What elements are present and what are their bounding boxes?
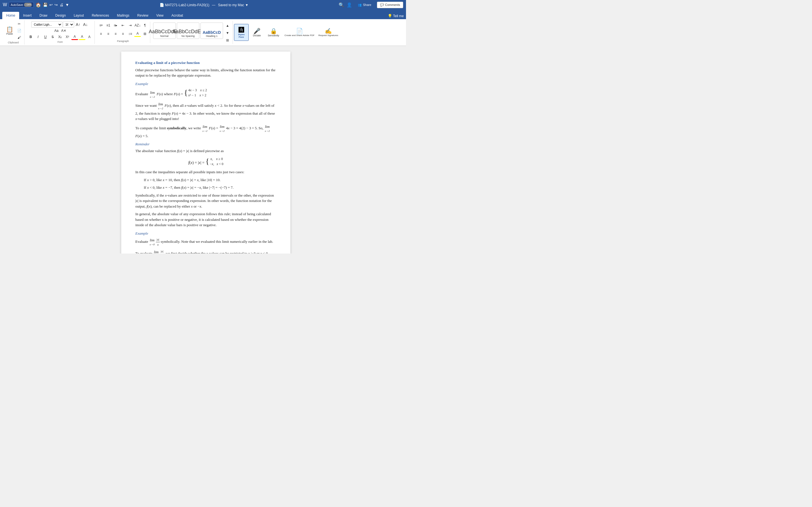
tab-references[interactable]: References (88, 12, 113, 19)
lim-symbol1: lim x→2 (150, 92, 156, 96)
tab-mailings[interactable]: Mailings (113, 12, 133, 19)
create-share-pdf-label: Create and Share Adobe PDF (285, 34, 314, 37)
autosave-toggle[interactable]: OFF (24, 3, 32, 7)
more-icon[interactable]: ▼ (65, 3, 69, 7)
bullets-button[interactable]: ≡• (98, 22, 104, 29)
tab-design[interactable]: Design (51, 12, 70, 19)
autosave-badge[interactable]: AutoSave OFF (9, 2, 34, 8)
dictate-button[interactable]: 🎤 Dictate (250, 27, 264, 38)
chevron-down-icon[interactable]: ▼ (245, 3, 248, 7)
clipboard-label: Clipboard (8, 41, 19, 44)
title-bar-right: 🔍 👤 👥 Share 💬 Comments (339, 2, 403, 8)
styles-down-button[interactable]: ▼ (224, 30, 231, 36)
align-center-button[interactable]: ≡ (105, 31, 112, 37)
search-icon[interactable]: 🔍 (339, 2, 344, 8)
tab-layout[interactable]: Layout (70, 12, 88, 19)
sensitivity-label: Sensitivity (268, 34, 280, 37)
style-no-spacing[interactable]: AaBbCcDdEe No Spacing (177, 22, 199, 39)
para-row1: ≡• ≡1 ≡▸ ⇤ ⇥ AZ↓ ¶ (98, 22, 148, 29)
user-icon[interactable]: 👤 (347, 2, 352, 8)
redo-icon[interactable]: ↪ (54, 3, 58, 7)
abs-x-over-x: |x| x (156, 237, 160, 247)
intro-paragraph: Other piecewise functions behave the sam… (135, 67, 276, 78)
word-logo: W (3, 2, 7, 7)
font-color-button[interactable]: A (71, 34, 78, 40)
underline-button[interactable]: U (42, 34, 49, 40)
filename: MAT271-Lab2-Limits-FA20(1) (165, 3, 209, 7)
share-label: Share (363, 3, 371, 6)
tab-acrobat[interactable]: Acrobat (167, 12, 187, 19)
align-right-button[interactable]: ≡ (112, 31, 119, 37)
change-case-button[interactable]: Aa (53, 27, 60, 34)
styles-up-button[interactable]: ▲ (224, 22, 231, 29)
ribbon-content: 📋 Paste ✂ 📄 🖌 Clipboard Calibri Ligh... … (0, 19, 406, 46)
title-bar-left: W AutoSave OFF 🏠 💾 ↩ ↪ 🖨 ▼ (3, 2, 69, 8)
tell-me-label[interactable]: Tell me (393, 14, 404, 18)
case2-paragraph: If x < 0, like x = −7, then f(x) = |x| =… (144, 185, 276, 190)
general-paragraph: In general, the absolute value of any ex… (135, 211, 276, 228)
abs-piecewise: { x, x ≥ 0 −x, x < 0 (206, 156, 223, 166)
tab-draw[interactable]: Draw (36, 12, 51, 19)
share-button[interactable]: 👥 Share (354, 2, 374, 8)
sensitivity-icon: 🔒 (270, 28, 277, 34)
home-icon[interactable]: 🏠 (36, 2, 41, 8)
multilevel-button[interactable]: ≡▸ (112, 22, 119, 29)
font-select[interactable]: Calibri Ligh... (31, 21, 62, 27)
request-signatures-button[interactable]: ✍ Request Signatures (317, 27, 340, 38)
sort-button[interactable]: AZ↓ (134, 22, 141, 29)
borders-button[interactable]: ⊞ (142, 31, 148, 37)
paste-icon: 📋 (6, 26, 13, 32)
create-share-pdf-button[interactable]: 📄 Create and Share Adobe PDF (283, 27, 316, 38)
paragraph-label: Paragraph (117, 40, 129, 43)
comments-button[interactable]: 💬 Comments (377, 2, 403, 8)
superscript-button[interactable]: X² (64, 34, 71, 40)
style-heading1[interactable]: AaBbCcD Heading 1 (200, 22, 223, 39)
increase-font-button[interactable]: A↑ (75, 21, 82, 27)
print-icon[interactable]: 🖨 (59, 3, 63, 7)
comments-label: Comments (385, 3, 400, 6)
decrease-font-button[interactable]: A↓ (82, 21, 89, 27)
increase-indent-button[interactable]: ⇥ (127, 22, 134, 29)
mic-icon: 🎤 (253, 28, 260, 34)
intro-text: Other piecewise functions behave the sam… (135, 68, 275, 78)
example2-label: Example (135, 231, 276, 236)
align-left-button[interactable]: ≡ (98, 31, 104, 37)
numbering-button[interactable]: ≡1 (105, 22, 112, 29)
copy-button[interactable]: 📄 (16, 27, 22, 34)
strikethrough-button[interactable]: S̶ (49, 34, 56, 40)
text-effects-button[interactable]: A (86, 34, 93, 40)
size-select[interactable]: 16 (63, 21, 74, 27)
paste-button[interactable]: 📋 Paste (4, 25, 15, 36)
to-evaluate-paragraph: To evaluate lim x→0 |x| x , we first dec… (135, 249, 276, 253)
styles-more-button[interactable]: ⊞ (224, 37, 231, 43)
since-paragraph: Since we want lim x→2 F(x), then all x-v… (135, 101, 276, 122)
justify-button[interactable]: ≡ (119, 31, 126, 37)
sensitivity-button[interactable]: 🔒 Sensitivity (265, 27, 282, 38)
line-spacing-button[interactable]: ↕≡ (127, 31, 134, 37)
show-para-button[interactable]: ¶ (142, 22, 148, 29)
cut-button[interactable]: ✂ (16, 21, 22, 27)
undo-icon[interactable]: ↩ (49, 3, 53, 7)
doc-icon: 📄 (160, 3, 165, 7)
decrease-indent-button[interactable]: ⇤ (119, 22, 126, 29)
subscript-button[interactable]: X₂ (57, 34, 63, 40)
tab-home[interactable]: Home (2, 12, 19, 19)
dictate-label: Dictate (253, 34, 261, 37)
font-row1: Calibri Ligh... 16 A↑ A↓ (31, 21, 89, 27)
tab-insert[interactable]: Insert (19, 12, 36, 19)
bold-button[interactable]: B (28, 34, 34, 40)
italic-button[interactable]: I (35, 34, 42, 40)
shading-button[interactable]: A (134, 31, 141, 37)
highlight-button[interactable]: A (79, 34, 86, 40)
symbolically-word: symbolically (167, 126, 186, 130)
request-signatures-label: Request Signatures (318, 34, 338, 37)
clear-format-button[interactable]: A✕ (60, 27, 67, 34)
tab-view[interactable]: View (152, 12, 167, 19)
styles-pane-label: Styles Pane (236, 33, 247, 38)
styles-pane-button[interactable]: 🅰 Styles Pane (234, 24, 249, 41)
save-icon[interactable]: 💾 (43, 3, 48, 7)
tab-review[interactable]: Review (133, 12, 152, 19)
styles-pane-icon: 🅰 (239, 27, 244, 33)
doc-scroll[interactable]: Evaluating a limit of a piecewise functi… (6, 46, 406, 253)
format-painter-button[interactable]: 🖌 (16, 34, 22, 41)
